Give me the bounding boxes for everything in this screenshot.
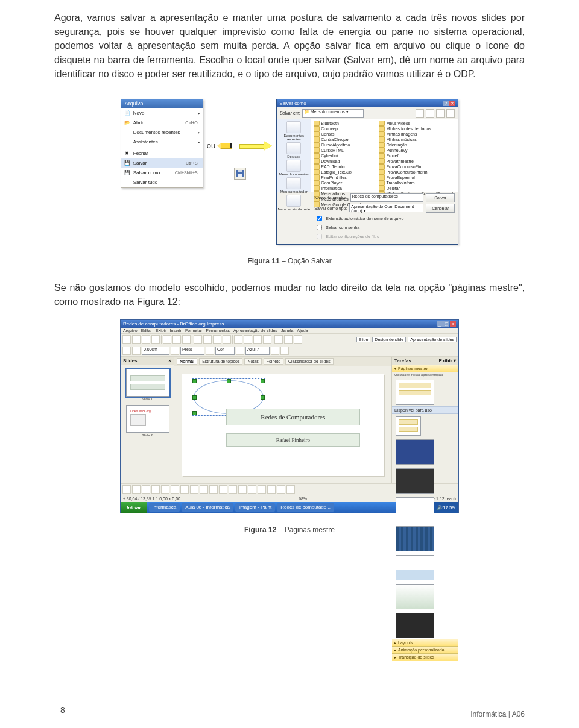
impress-toolbar-1[interactable]: SlideDesign de slideApresentação de slid… xyxy=(121,334,458,345)
menu[interactable]: Exibir xyxy=(156,328,166,333)
menu-item[interactable]: Documentos recentes▸ xyxy=(121,128,203,137)
folder-item[interactable]: TrabalhoInform xyxy=(379,180,455,186)
pwd-checkbox[interactable] xyxy=(317,225,322,230)
folder-item[interactable]: Provatrimestre xyxy=(379,158,455,164)
window-buttons[interactable]: ?✕ xyxy=(442,101,455,106)
master-thumb[interactable] xyxy=(396,584,434,609)
slide-canvas[interactable]: Redes de Computadores Rafael Pinheiro xyxy=(174,366,391,483)
menu[interactable]: Inserir xyxy=(170,328,182,333)
places-item[interactable]: Meus documentos xyxy=(279,160,309,176)
slide-title-box[interactable]: Redes de Computadores xyxy=(226,409,360,425)
folder-item[interactable]: Cconvepj xyxy=(314,126,375,131)
impress-menubar[interactable]: ArquivoEditarExibirInserirFormatarFerram… xyxy=(121,328,458,334)
start-button[interactable]: Iniciar xyxy=(121,502,147,513)
toolbar-command[interactable]: Slide xyxy=(356,337,371,342)
places-item[interactable]: Meus locais de rede xyxy=(277,195,310,211)
file-menu[interactable]: Arquivo 📄Novo▸📂Abrir...Ctrl+ODocumentos … xyxy=(121,99,203,188)
folder-item[interactable]: FinePrint files xyxy=(314,175,375,180)
view-tab[interactable]: Normal xyxy=(177,358,197,365)
folder-item[interactable]: Contas xyxy=(314,131,375,137)
slide-subtitle-box[interactable]: Rafael Pinheiro xyxy=(226,433,360,447)
menu[interactable]: Ferramentas xyxy=(206,328,230,333)
master-thumb[interactable] xyxy=(396,497,434,522)
menu[interactable]: Formatar xyxy=(185,328,202,333)
view-tab[interactable]: Notas xyxy=(244,358,261,365)
back-icon[interactable] xyxy=(416,109,424,118)
folder-item[interactable]: Meus vídeos xyxy=(379,121,455,126)
section-layouts[interactable]: ▸Layouts xyxy=(392,639,458,647)
view-tab[interactable]: Folheto xyxy=(264,358,283,365)
taskbar-item[interactable]: Informática xyxy=(149,503,180,512)
menu-item[interactable]: ✖Fechar xyxy=(121,149,203,158)
save-in-dropdown[interactable]: 📁 Meus documentos ▾ xyxy=(302,109,364,118)
figure-12: Redes de computadores - BrOffice.org Imp… xyxy=(54,319,525,534)
toolbar-command[interactable]: Apresentação de slides xyxy=(408,337,457,342)
impress-toolbar-2[interactable]: 0,00cm Preto Cor Azul 7 xyxy=(121,345,458,357)
menu[interactable]: Apresentação de slides xyxy=(233,328,277,333)
filename-input[interactable]: Redes de computadores xyxy=(350,193,424,202)
master-thumb[interactable] xyxy=(396,526,434,551)
folder-item[interactable]: Minhas fontes de dados xyxy=(379,126,455,131)
menu[interactable]: Janela xyxy=(281,328,294,333)
menu[interactable]: Editar xyxy=(141,328,152,333)
section-transition[interactable]: ▸Transição de slides xyxy=(392,654,458,661)
places-item[interactable]: Desktop xyxy=(286,142,301,158)
type-dropdown[interactable]: Apresentação do OpenDocument (.odp) ▾ xyxy=(349,204,423,212)
menu[interactable]: Ajuda xyxy=(297,328,308,333)
view-tab[interactable]: Classificador de slides xyxy=(285,358,334,365)
menu-item[interactable]: Salvar tudo xyxy=(121,178,203,187)
folder-item[interactable]: Minhas imagens xyxy=(379,131,455,137)
master-thumb[interactable] xyxy=(396,555,434,580)
folder-item[interactable]: Bluetooth xyxy=(314,121,375,126)
master-thumb[interactable] xyxy=(396,416,421,436)
menu[interactable]: Arquivo xyxy=(123,328,138,333)
section-master-pages[interactable]: ▾Páginas mestre xyxy=(392,365,458,372)
menu-item[interactable]: 💾SalvarCtrl+S xyxy=(121,158,203,168)
view-tabs[interactable]: NormalEstrutura de tópicosNotasFolhetoCl… xyxy=(174,357,391,366)
taskbar-item[interactable]: Redes de computado... xyxy=(277,503,334,512)
view-tab[interactable]: Estrutura de tópicos xyxy=(199,358,242,365)
cancel-button[interactable]: Cancelar xyxy=(426,204,455,213)
auto-ext-checkbox[interactable] xyxy=(317,216,322,221)
folder-item[interactable]: Estagio_TecSub xyxy=(314,169,375,175)
taskbar-item[interactable]: Aula 06 - Informática xyxy=(182,503,233,512)
newfolder-icon[interactable] xyxy=(436,109,445,118)
folder-item[interactable]: Informatica xyxy=(314,186,375,191)
folder-item[interactable]: Download xyxy=(314,158,375,164)
master-thumb[interactable] xyxy=(396,468,434,494)
folder-item[interactable]: Orientação xyxy=(379,142,455,148)
places-item[interactable]: Documentos recentes xyxy=(277,121,311,141)
folder-item[interactable]: ContraCheque xyxy=(314,137,375,142)
folder-item[interactable]: ProvaConcursoInform xyxy=(379,169,455,175)
toolbar-command[interactable]: Design de slide xyxy=(372,337,406,342)
save-button[interactable]: Salvar xyxy=(426,193,455,202)
places-item[interactable]: Meu computador xyxy=(280,177,308,193)
folder-item[interactable]: GomPlayer xyxy=(314,180,375,186)
folder-item[interactable]: CursoAlgoritmo xyxy=(314,142,375,148)
menu-item[interactable]: Assistentes▸ xyxy=(121,137,203,147)
impress-window-buttons[interactable]: _▢✕ xyxy=(436,321,456,327)
menu-item[interactable]: 📂Abrir...Ctrl+O xyxy=(121,118,203,128)
master-thumb[interactable] xyxy=(396,613,434,638)
folder-item[interactable]: ProvaEspanhol xyxy=(379,175,455,180)
menu-item[interactable]: 💾Salvar como...Ctrl+Shift+S xyxy=(121,168,203,178)
slide-thumb-2[interactable]: OpenOffice.org Slide 2 xyxy=(126,405,168,438)
save-floppy-icon[interactable] xyxy=(234,168,246,180)
folder-item[interactable]: EAD_Tecnico xyxy=(314,164,375,169)
folder-item[interactable]: ProvaConcursoFin xyxy=(379,164,455,169)
folder-item[interactable]: Procefr xyxy=(379,153,455,158)
slide-thumb-1[interactable]: Slide 1 xyxy=(126,369,168,401)
menu-item[interactable]: 📄Novo▸ xyxy=(121,108,203,118)
folder-item[interactable]: Minhas músicas xyxy=(379,137,455,142)
up-icon[interactable] xyxy=(426,109,434,118)
section-animation[interactable]: ▸Animação personalizada xyxy=(392,647,458,654)
master-thumb[interactable] xyxy=(396,380,434,405)
taskbar-item[interactable]: Imagem - Paint xyxy=(235,503,275,512)
folder-item[interactable]: CursoHTML xyxy=(314,148,375,153)
system-tray[interactable]: 🔊 17:59 xyxy=(433,502,458,513)
folder-item[interactable]: PenneLevy xyxy=(379,148,455,153)
folder-item[interactable]: Deletar xyxy=(379,186,455,191)
folder-item[interactable]: Cyberlink xyxy=(314,153,375,158)
master-thumb[interactable] xyxy=(396,439,434,465)
views-icon[interactable] xyxy=(446,109,455,118)
